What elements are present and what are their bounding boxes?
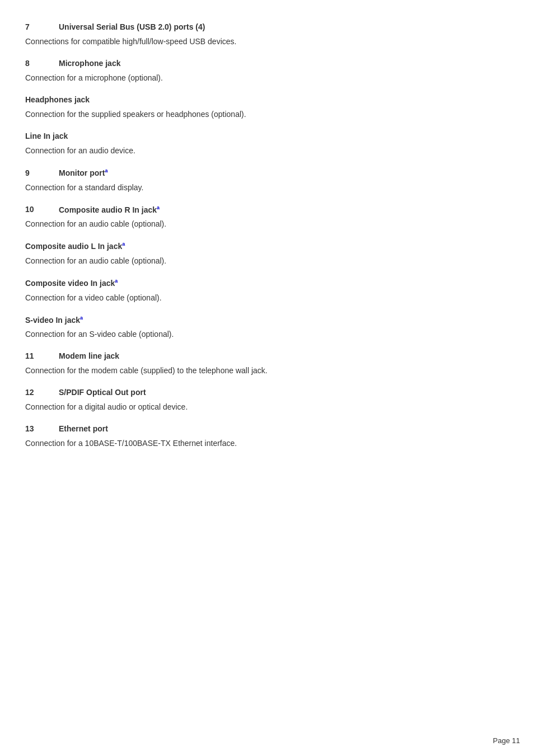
section-10: 10 Composite audio R In jacka Connection… <box>25 205 509 231</box>
section-linein: Line In jack Connection for an audio dev… <box>25 132 509 157</box>
section-headphones-title: Headphones jack <box>25 95 509 104</box>
section-svideo: S-video In jacka Connection for an S-vid… <box>25 315 509 341</box>
section-compositeV: Composite video In jacka Connection for … <box>25 278 509 304</box>
section-12: 12 S/PDIF Optical Out port Connection fo… <box>25 388 509 413</box>
section-headphones: Headphones jack Connection for the suppl… <box>25 95 509 120</box>
section-8-desc: Connection for a microphone (optional). <box>25 72 509 84</box>
section-7-number: 7 <box>25 22 59 31</box>
section-compositeV-title: Composite video In jacka <box>25 278 509 288</box>
section-svideo-sup: a <box>80 315 83 321</box>
section-11-header: 11 Modem line jack <box>25 351 509 360</box>
section-8-header: 8 Microphone jack <box>25 59 509 68</box>
section-11: 11 Modem line jack Connection for the mo… <box>25 351 509 377</box>
section-7-title: Universal Serial Bus (USB 2.0) ports (4) <box>59 22 205 31</box>
section-13-number: 13 <box>25 424 59 433</box>
section-7-header: 7 Universal Serial Bus (USB 2.0) ports (… <box>25 22 509 31</box>
section-svideo-desc: Connection for an S-video cable (optiona… <box>25 328 509 340</box>
section-8-number: 8 <box>25 59 59 68</box>
section-9-header: 9 Monitor porta <box>25 168 509 177</box>
section-8: 8 Microphone jack Connection for a micro… <box>25 59 509 84</box>
page-number: Page 11 <box>493 736 520 745</box>
section-12-header: 12 S/PDIF Optical Out port <box>25 388 509 397</box>
section-compositeV-desc: Connection for a video cable (optional). <box>25 292 509 304</box>
section-12-number: 12 <box>25 388 59 397</box>
section-11-desc: Connection for the modem cable (supplied… <box>25 365 509 377</box>
section-13: 13 Ethernet port Connection for a 10BASE… <box>25 424 509 449</box>
section-13-title: Ethernet port <box>59 424 108 433</box>
section-10-header: 10 Composite audio R In jacka <box>25 205 509 214</box>
section-compositeL-desc: Connection for an audio cable (optional)… <box>25 255 509 267</box>
section-linein-desc: Connection for an audio device. <box>25 145 509 157</box>
section-11-number: 11 <box>25 351 59 360</box>
section-13-desc: Connection for a 10BASE-T/100BASE-TX Eth… <box>25 438 509 449</box>
section-10-sup: a <box>157 205 160 210</box>
section-linein-title: Line In jack <box>25 132 509 140</box>
section-12-title: S/PDIF Optical Out port <box>59 388 146 397</box>
section-9-desc: Connection for a standard display. <box>25 182 509 194</box>
section-9: 9 Monitor porta Connection for a standar… <box>25 168 509 194</box>
section-10-desc: Connection for an audio cable (optional)… <box>25 218 509 230</box>
section-13-header: 13 Ethernet port <box>25 424 509 433</box>
section-svideo-title: S-video In jacka <box>25 315 509 325</box>
section-compositeL-sup: a <box>122 241 125 247</box>
section-12-desc: Connection for a digital audio or optica… <box>25 401 509 413</box>
section-10-number: 10 <box>25 205 59 214</box>
section-9-sup: a <box>105 168 107 173</box>
section-8-title: Microphone jack <box>59 59 120 68</box>
section-9-number: 9 <box>25 168 59 177</box>
section-compositeL: Composite audio L In jacka Connection fo… <box>25 241 509 267</box>
section-10-title: Composite audio R In jacka <box>59 205 160 214</box>
section-11-title: Modem line jack <box>59 351 119 360</box>
section-7-desc: Connections for compatible high/full/low… <box>25 36 509 48</box>
section-headphones-desc: Connection for the supplied speakers or … <box>25 109 509 120</box>
section-compositeL-title: Composite audio L In jacka <box>25 241 509 251</box>
section-compositeV-sup: a <box>115 278 118 284</box>
section-7: 7 Universal Serial Bus (USB 2.0) ports (… <box>25 22 509 48</box>
section-9-title: Monitor porta <box>59 168 107 177</box>
page-container: 7 Universal Serial Bus (USB 2.0) ports (… <box>0 0 534 476</box>
